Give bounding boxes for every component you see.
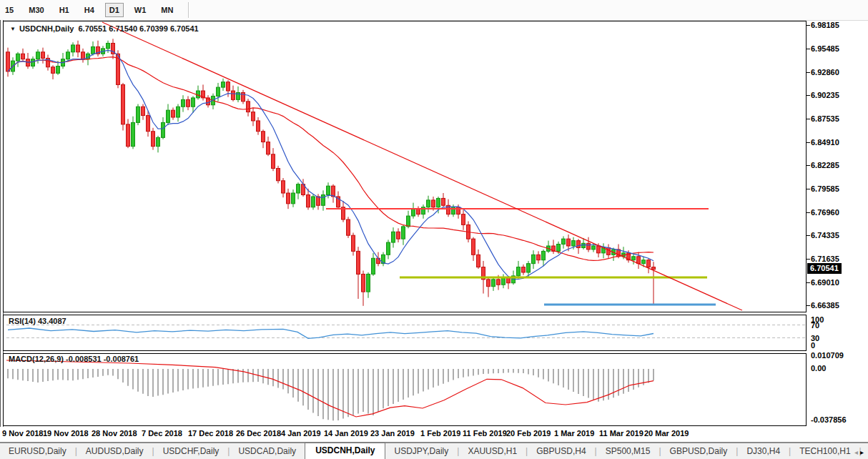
timeframe-button-h4[interactable]: H4: [80, 3, 99, 17]
price-chart-panel[interactable]: [3, 21, 807, 312]
date-axis-label: 26 Dec 2018: [236, 429, 281, 438]
macd-label: MACD(12,26,9) -0.008531 -0.008761: [9, 355, 139, 363]
chart-tab-gbpusd[interactable]: GBPUSD,Daily: [661, 444, 736, 459]
price-axis-label: 6.87535: [811, 114, 839, 123]
chart-dropdown-icon[interactable]: ▼: [10, 26, 16, 32]
macd-axis-label: 0.010709: [811, 351, 844, 360]
rsi-axis-label: 0: [811, 341, 815, 350]
timeframe-button-15[interactable]: 15: [1, 3, 18, 17]
tab-scroll-right-icon[interactable]: ▸: [860, 448, 866, 456]
price-axis-label: 6.71635: [811, 255, 839, 263]
price-axis-label: 6.92860: [811, 68, 839, 76]
price-axis-label: 6.76960: [811, 208, 839, 217]
price-chart-canvas: [4, 21, 806, 312]
chart-tab-eurusd[interactable]: EURUSD,Daily: [0, 444, 75, 459]
date-axis-label: 4 Jan 2019: [281, 429, 321, 438]
rsi-canvas: [4, 315, 806, 352]
toolbar-separator: [188, 2, 189, 18]
current-price-tag: 6.70541: [807, 263, 842, 274]
timeframe-button-w1[interactable]: W1: [130, 3, 151, 17]
mt4-window: 15M30H1H4D1W1MN ▼USDCNH,Daily 6.70551 6.…: [0, 0, 868, 459]
timeframe-button-m30[interactable]: M30: [24, 3, 48, 17]
date-axis-label: 7 Dec 2018: [142, 429, 182, 438]
macd-axis-label: -0.037856: [811, 415, 847, 424]
macd-histogram: [8, 369, 654, 420]
date-axis-label: 9 Nov 2018: [2, 429, 43, 438]
chart-tab-bar: EURUSD,Daily|AUDUSD,Daily|USDCHF,Daily|U…: [0, 442, 868, 459]
timeframe-toolbar: 15M30H1H4D1W1MN: [0, 0, 868, 21]
price-axis-label: 6.90235: [811, 91, 839, 99]
chart-tab-xauusd[interactable]: XAUUSD,H1: [459, 444, 526, 459]
timeframe-button-mn[interactable]: MN: [157, 3, 177, 17]
price-axis-tick: [807, 49, 810, 49]
date-axis-label: 11 Mar 2019: [599, 429, 643, 438]
date-axis-label: 20 Feb 2019: [506, 429, 551, 438]
price-axis-tick: [807, 282, 810, 283]
price-axis-label: 6.74335: [811, 231, 839, 240]
rsi-axis-label: 70: [811, 321, 819, 330]
price-axis-tick: [807, 212, 810, 213]
chart-title: ▼USDCNH,Daily 6.70551 6.71540 6.70399 6.…: [10, 24, 199, 33]
price-axis-label: 6.79585: [811, 184, 839, 193]
price-axis-tick: [807, 259, 810, 260]
chart-tab-audusd[interactable]: AUDUSD,Daily: [77, 444, 152, 459]
rsi-label: RSI(14) 43.4087: [9, 317, 66, 325]
price-axis-label: 6.95485: [811, 44, 839, 53]
ma-slow-line: [8, 57, 654, 261]
tab-scroll-left-icon[interactable]: ◂: [854, 448, 860, 456]
chart-tab-tech100[interactable]: TECH100,H1: [791, 444, 859, 459]
macd-signal-line: [6, 360, 654, 417]
price-axis-label: 6.82285: [811, 161, 839, 169]
price-axis-tick: [807, 72, 810, 73]
price-axis-label: 6.98185: [811, 21, 839, 29]
price-axis-tick: [807, 305, 810, 306]
timeframe-button-h1[interactable]: H1: [55, 3, 74, 17]
date-axis-label: 28 Nov 2018: [92, 429, 137, 438]
rsi-line: [8, 328, 654, 338]
price-axis-tick: [807, 25, 810, 26]
date-axis-label: 20 Mar 2019: [644, 429, 689, 438]
price-axis-tick: [807, 142, 810, 143]
chart-tab-usdchf[interactable]: USDCHF,Daily: [154, 444, 228, 459]
price-axis-label: 6.66385: [811, 301, 839, 310]
date-axis-label: 1 Mar 2019: [554, 429, 594, 438]
date-axis-label: 23 Jan 2019: [370, 429, 415, 438]
timeframe-button-d1[interactable]: D1: [105, 3, 124, 17]
chart-tab-gbpusd[interactable]: GBPUSD,H4: [528, 444, 594, 459]
candles: [6, 39, 656, 306]
date-axis-label: 19 Nov 2018: [43, 429, 89, 438]
macd-axis-label: 0.00: [811, 364, 826, 372]
rsi-indicator-panel[interactable]: [3, 315, 807, 351]
price-axis-tick: [807, 189, 810, 189]
date-axis-label: 1 Feb 2019: [420, 429, 460, 438]
price-axis-label: 6.84910: [811, 138, 839, 147]
date-axis-label: 17 Dec 2018: [188, 429, 233, 438]
chart-tab-usdjpy[interactable]: USDJPY,Daily: [385, 444, 457, 459]
tab-scroll-arrows: ◂▸: [854, 448, 866, 456]
date-axis: 9 Nov 201819 Nov 201828 Nov 20187 Dec 20…: [0, 427, 868, 441]
price-axis-tick: [807, 235, 810, 236]
date-axis-label: 11 Feb 2019: [463, 429, 507, 438]
downtrend-line-object: [102, 22, 742, 310]
price-axis-tick: [807, 95, 810, 96]
chart-tab-usdcnh[interactable]: USDCNH,Daily: [305, 443, 385, 459]
price-axis-tick: [807, 165, 810, 166]
date-axis-label: 14 Jan 2019: [324, 429, 368, 438]
chart-tab-usdcad[interactable]: USDCAD,Daily: [230, 444, 305, 459]
price-axis-label: 6.69010: [811, 278, 839, 287]
chart-symbol-label: USDCNH,Daily: [19, 24, 74, 33]
chart-tab-sp500[interactable]: SP500,M15: [597, 444, 659, 459]
macd-canvas: [4, 354, 806, 427]
chart-tab-dj30[interactable]: DJ30,H4: [738, 444, 789, 459]
macd-indicator-panel[interactable]: [3, 353, 807, 426]
price-axis-tick: [807, 119, 810, 119]
chart-ohlc-values: 6.70551 6.71540 6.70399 6.70541: [78, 24, 198, 33]
